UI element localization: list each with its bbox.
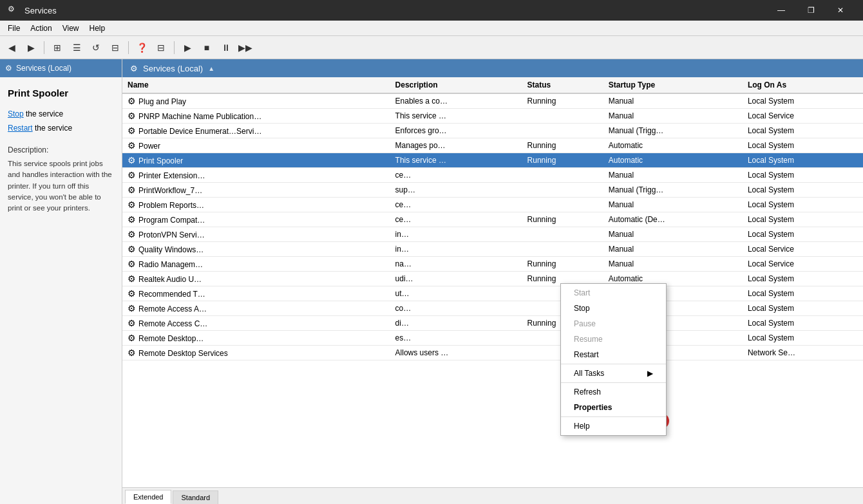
service-name-cell: ⚙Radio Managem… (122, 257, 390, 272)
service-desc-cell: Allows users … (390, 346, 522, 360)
sidebar: ⚙ Services (Local) Print Spooler Stop th… (0, 59, 122, 504)
context-menu-item-help[interactable]: Help (561, 418, 666, 434)
table-row[interactable]: ⚙Printer Extension…ce…ManualLocal System (122, 168, 863, 183)
minimize-button[interactable]: — (766, 0, 796, 21)
panel-icon: ⚙ (130, 64, 138, 73)
menu-view[interactable]: View (57, 23, 84, 34)
service-status-cell (522, 183, 603, 198)
play-button[interactable]: ▶ (178, 39, 196, 57)
service-desc-cell: Manages po… (390, 138, 522, 153)
service-startup-cell: Automatic (603, 153, 743, 168)
service-status-cell (522, 198, 603, 212)
table-row[interactable]: ⚙PowerManages po…RunningAutomaticLocal S… (122, 138, 863, 153)
table-row[interactable]: ⚙Print SpoolerThis service …RunningAutom… (122, 153, 863, 168)
context-menu-item-properties[interactable]: Properties (561, 400, 666, 415)
sidebar-actions: Stop the service Restart the service (8, 107, 114, 135)
table-row[interactable]: ⚙PrintWorkflow_7…sup…Manual (Trigg…Local… (122, 183, 863, 198)
service-name-cell: ⚙ProtonVPN Servi… (122, 227, 390, 242)
sidebar-header: ⚙ Services (Local) (0, 59, 122, 77)
main-layout: ⚙ Services (Local) Print Spooler Stop th… (0, 59, 863, 504)
menu-file[interactable]: File (3, 23, 25, 34)
gear-icon: ⚙ (128, 348, 136, 358)
service-name-cell: ⚙Remote Access A… (122, 301, 390, 316)
col-startup[interactable]: Startup Type (603, 77, 743, 93)
service-name-cell: ⚙Portable Device Enumerat…Servi… (122, 124, 390, 138)
list-button[interactable]: ☰ (68, 39, 86, 57)
table-row[interactable]: ⚙Remote Access A…co…ManualLocal System (122, 301, 863, 316)
service-status-cell (522, 168, 603, 183)
menu-help[interactable]: Help (84, 23, 111, 34)
toolbar-sep-3 (174, 41, 175, 54)
service-status-cell: Running (522, 93, 603, 109)
service-startup-cell: Automatic (603, 138, 743, 153)
table-row[interactable]: ⚙Realtek Audio U…udi…RunningAutomaticLoc… (122, 272, 863, 286)
service-name-cell: ⚙Remote Desktop Services (122, 346, 390, 360)
back-button[interactable]: ◀ (3, 39, 21, 57)
service-desc-cell: in… (390, 227, 522, 242)
service-desc-cell: ce… (390, 212, 522, 227)
service-logon-cell: Local System (743, 212, 863, 227)
export-button[interactable]: ⊟ (106, 39, 124, 57)
table-row[interactable]: ⚙Program Compat…ce…RunningAutomatic (De…… (122, 212, 863, 227)
table-row[interactable]: ⚙Remote Desktop ServicesAllows users …Ma… (122, 346, 863, 360)
table-row[interactable]: ⚙ProtonVPN Servi…in…ManualLocal System (122, 227, 863, 242)
properties-button[interactable]: ⊟ (152, 39, 170, 57)
table-row[interactable]: ⚙Recommended T…ut…ManualLocal System (122, 286, 863, 301)
service-status-cell (522, 242, 603, 257)
table-row[interactable]: ⚙PNRP Machine Name Publication…This serv… (122, 109, 863, 124)
service-logon-cell: Local System (743, 168, 863, 183)
table-row[interactable]: ⚙Quality Windows…in…ManualLocal Service (122, 242, 863, 257)
table-row[interactable]: ⚙Radio Managem…na…RunningManualLocal Ser… (122, 257, 863, 272)
services-table-container[interactable]: Name Description Status Startup Type Log… (122, 77, 863, 487)
service-status-cell: Running (522, 212, 603, 227)
service-desc-cell: ce… (390, 168, 522, 183)
context-menu-item-restart[interactable]: Restart (561, 347, 666, 362)
show-hide-button[interactable]: ⊞ (48, 39, 66, 57)
col-logon[interactable]: Log On As (743, 77, 863, 93)
gear-icon: ⚙ (128, 140, 136, 151)
col-description[interactable]: Description (390, 77, 522, 93)
stop-button[interactable]: ■ (198, 39, 216, 57)
table-row[interactable]: ⚙Problem Reports…ce…ManualLocal System (122, 198, 863, 212)
table-row[interactable]: ⚙Remote Access C…di…RunningAutomaticLoca… (122, 316, 863, 331)
col-status[interactable]: Status (522, 77, 603, 93)
close-button[interactable]: ✕ (826, 0, 855, 21)
table-row[interactable]: ⚙Remote Desktop…es…ManualLocal System (122, 331, 863, 346)
gear-icon: ⚙ (128, 318, 136, 328)
service-logon-cell: Local System (743, 227, 863, 242)
service-startup-cell: Manual (Trigg… (603, 124, 743, 138)
restart-button[interactable]: ▶▶ (236, 39, 254, 57)
context-menu-separator (561, 364, 666, 364)
panel-collapse-arrow[interactable]: ▲ (208, 65, 214, 72)
pause-button[interactable]: ⏸ (217, 39, 235, 57)
restart-service-link[interactable]: Restart (8, 124, 33, 133)
panel-header: ⚙ Services (Local) ▲ (122, 59, 863, 77)
help-button[interactable]: ❓ (133, 39, 151, 57)
gear-icon: ⚙ (128, 288, 136, 299)
tab-extended[interactable]: Extended (125, 490, 171, 504)
gear-icon: ⚙ (128, 96, 136, 106)
submenu-arrow: ▶ (647, 369, 653, 378)
context-menu-item-all-tasks[interactable]: All Tasks▶ (561, 366, 666, 381)
gear-icon: ⚙ (128, 214, 136, 225)
toolbar-sep-1 (44, 41, 44, 54)
services-tbody: ⚙Plug and PlayEnables a co…RunningManual… (122, 93, 863, 360)
context-menu-item-stop[interactable]: Stop (561, 301, 666, 316)
context-menu-item-refresh[interactable]: Refresh (561, 384, 666, 400)
sidebar-title: Services (Local) (16, 64, 71, 73)
gear-icon: ⚙ (128, 155, 136, 165)
service-name-cell: ⚙Program Compat… (122, 212, 390, 227)
menu-action[interactable]: Action (25, 23, 57, 34)
gear-icon: ⚙ (128, 170, 136, 180)
table-row[interactable]: ⚙Portable Device Enumerat…Servi…Enforces… (122, 124, 863, 138)
service-logon-cell: Local System (743, 286, 863, 301)
refresh-button[interactable]: ↺ (87, 39, 105, 57)
stop-service-link[interactable]: Stop (8, 109, 24, 118)
service-logon-cell: Local System (743, 93, 863, 109)
service-name-cell: ⚙Power (122, 138, 390, 153)
forward-button[interactable]: ▶ (22, 39, 40, 57)
maximize-button[interactable]: ❐ (796, 0, 826, 21)
tab-standard[interactable]: Standard (173, 490, 218, 504)
col-name[interactable]: Name (122, 77, 390, 93)
table-row[interactable]: ⚙Plug and PlayEnables a co…RunningManual… (122, 93, 863, 109)
